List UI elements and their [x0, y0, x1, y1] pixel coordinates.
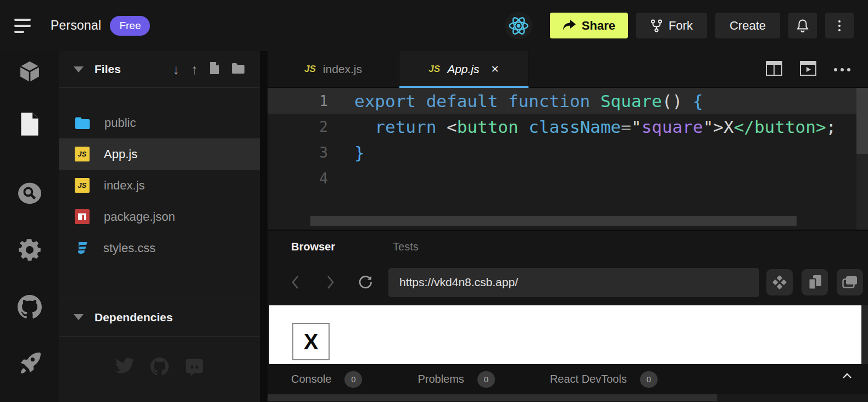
files-panel: Files ↓ ↑ publicJSApp.jsJSindex.jspackag…	[59, 51, 260, 402]
new-file-icon[interactable]	[209, 62, 220, 77]
github-icon[interactable]	[151, 358, 169, 378]
devtools-tab-react-devtools[interactable]: React DevTools0	[550, 371, 658, 388]
devtools-tab-problems[interactable]: Problems0	[418, 371, 494, 388]
editor-panel: JSindex.jsJSApp.js✕ 1export default func…	[268, 51, 868, 230]
preview-scrollbar[interactable]	[861, 305, 868, 364]
file-row-App.js[interactable]: JSApp.js	[59, 138, 260, 170]
create-label: Create	[730, 19, 766, 33]
settings-gear-icon[interactable]	[0, 238, 59, 262]
count-badge: 0	[344, 371, 362, 388]
social-links	[59, 358, 260, 378]
file-name: App.js	[104, 147, 137, 161]
js-file-icon: JS	[75, 178, 90, 193]
back-icon[interactable]	[284, 275, 306, 289]
browser-preview: X	[269, 305, 861, 364]
file-row-package.json[interactable]: package.json	[59, 201, 260, 232]
code-line-1: 1export default function Square() {	[268, 88, 856, 114]
open-new-window-icon	[842, 276, 858, 289]
line-number: 1	[268, 93, 328, 109]
code-line-4: 4	[268, 165, 868, 191]
npm-file-icon	[75, 209, 90, 224]
preview-actions-button[interactable]	[766, 269, 793, 295]
discord-icon[interactable]	[185, 358, 204, 378]
notifications-button[interactable]	[788, 13, 817, 38]
workspace-name[interactable]: Personal	[51, 18, 101, 33]
file-row-index.js[interactable]: JSindex.js	[59, 170, 260, 201]
browser-tabs: BrowserTests	[268, 231, 868, 263]
split-editor-icon[interactable]	[766, 61, 782, 78]
twitter-icon[interactable]	[115, 358, 134, 378]
file-explorer-icon[interactable]	[0, 111, 59, 136]
count-badge: 0	[640, 371, 658, 388]
files-collapse-icon[interactable]	[74, 66, 84, 72]
forward-icon[interactable]	[319, 275, 341, 289]
fork-button[interactable]: Fork	[636, 13, 707, 38]
line-number: 3	[268, 144, 328, 161]
responsive-preview-button[interactable]	[802, 269, 828, 295]
file-name: styles.css	[103, 241, 155, 255]
browser-toolbar	[268, 263, 868, 302]
activity-sidebar	[0, 51, 59, 402]
line-number: 2	[268, 119, 328, 135]
new-folder-icon[interactable]	[231, 63, 245, 76]
file-row-public[interactable]: public	[59, 107, 260, 138]
js-file-icon: JS	[429, 64, 440, 75]
editor-tab-index.js[interactable]: JSindex.js	[268, 51, 399, 87]
more-options-button[interactable]	[825, 13, 854, 38]
editor-tabbar: JSindex.jsJSApp.js✕	[268, 51, 868, 88]
dependencies-header[interactable]: Dependencies	[59, 298, 260, 337]
square-game-button[interactable]: X	[292, 323, 330, 360]
responsive-preview-icon	[808, 275, 822, 290]
url-input[interactable]	[388, 268, 759, 297]
js-file-icon: JS	[304, 64, 316, 75]
file-list: publicJSApp.jsJSindex.jspackage.jsonstyl…	[59, 88, 260, 264]
deploy-rocket-icon[interactable]	[0, 350, 59, 374]
react-logo-icon	[505, 12, 532, 40]
dependencies-title: Dependencies	[94, 311, 173, 324]
create-button[interactable]: Create	[715, 13, 780, 38]
download-icon[interactable]: ↓	[173, 63, 180, 76]
upload-icon[interactable]: ↑	[191, 63, 198, 76]
open-new-window-button[interactable]	[837, 269, 863, 295]
count-badge: 0	[477, 371, 495, 388]
code-area[interactable]: 1export default function Square() {2 ret…	[268, 88, 868, 230]
sandbox-cube-icon[interactable]	[0, 60, 59, 85]
devtools-bar: Console0Problems0React DevTools0	[268, 364, 868, 394]
github-icon[interactable]	[0, 295, 59, 319]
plan-badge: Free	[110, 16, 150, 36]
code-text: }	[328, 143, 365, 163]
browser-tab-tests[interactable]: Tests	[393, 241, 419, 253]
devtools-label: Console	[291, 373, 331, 386]
css-file-icon	[75, 241, 89, 255]
share-label: Share	[582, 19, 615, 33]
folder-icon	[75, 116, 90, 129]
share-button[interactable]: Share	[550, 13, 628, 38]
devtools-tab-console[interactable]: Console0	[291, 371, 362, 388]
code-text: return <button className="square">X</but…	[328, 117, 836, 137]
expand-devtools-icon[interactable]	[842, 372, 853, 382]
share-arrow-icon	[563, 20, 576, 31]
preview-window-icon[interactable]	[800, 61, 816, 78]
files-header: Files ↓ ↑	[59, 51, 260, 88]
search-icon[interactable]	[0, 182, 59, 206]
refresh-icon[interactable]	[354, 275, 376, 290]
fork-icon	[650, 19, 663, 32]
code-line-2: 2 return <button className="square">X</b…	[268, 114, 868, 139]
kebab-menu-icon	[838, 20, 841, 31]
file-row-styles.css[interactable]: styles.css	[59, 232, 260, 264]
tab-label: App.js	[447, 63, 479, 76]
fork-label: Fork	[669, 19, 693, 33]
editor-horizontal-scrollbar[interactable]	[310, 216, 797, 226]
devtools-scrollbar-thumb[interactable]	[268, 394, 717, 401]
editor-more-icon[interactable]	[834, 68, 850, 71]
top-header: Personal Free Share	[0, 0, 868, 51]
close-tab-icon[interactable]: ✕	[491, 63, 499, 75]
bell-icon	[796, 19, 809, 33]
file-name: public	[104, 116, 136, 130]
editor-tab-App.js[interactable]: JSApp.js✕	[399, 51, 529, 87]
browser-tab-browser[interactable]: Browser	[291, 241, 335, 253]
menu-icon[interactable]	[14, 16, 38, 35]
devtools-scrollbar-track	[268, 394, 868, 402]
editor-vertical-scrollbar[interactable]	[856, 88, 868, 230]
tab-label: index.js	[323, 63, 362, 76]
